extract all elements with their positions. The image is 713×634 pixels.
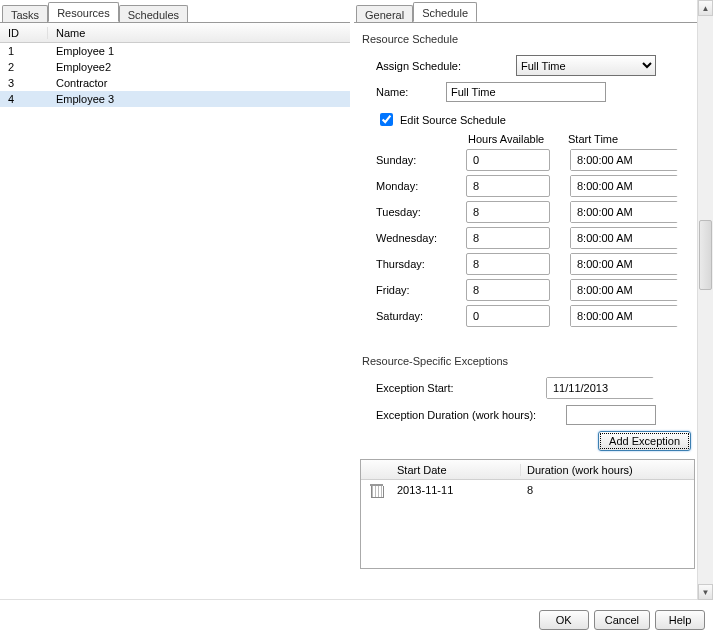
start-time-input[interactable] xyxy=(571,150,713,170)
day-row: Friday:▲▼ xyxy=(376,279,695,301)
edit-source-schedule-checkbox[interactable] xyxy=(380,113,393,126)
schedule-name-label: Name: xyxy=(376,86,446,98)
exception-duration-input[interactable] xyxy=(566,405,656,425)
hours-available-input[interactable] xyxy=(466,227,550,249)
exception-row-duration: 8 xyxy=(521,484,694,496)
right-tabs: General Schedule xyxy=(354,0,713,22)
exceptions-col-start[interactable]: Start Date xyxy=(391,464,521,476)
schedule-name-input[interactable] xyxy=(446,82,606,102)
resource-name: Employee2 xyxy=(48,61,350,73)
day-row: Monday:▲▼ xyxy=(376,175,695,197)
day-label: Saturday: xyxy=(376,310,466,322)
start-time-input[interactable] xyxy=(571,306,713,326)
start-time-spinner[interactable]: ▲▼ xyxy=(570,305,678,327)
resource-row[interactable]: 3Contractor xyxy=(0,75,350,91)
day-row: Saturday:▲▼ xyxy=(376,305,695,327)
resource-row[interactable]: 4Employee 3 xyxy=(0,91,350,107)
day-label: Wednesday: xyxy=(376,232,466,244)
trash-icon[interactable] xyxy=(371,484,382,497)
hours-available-input[interactable] xyxy=(466,201,550,223)
hours-available-header: Hours Available xyxy=(466,133,566,145)
hours-available-input[interactable] xyxy=(466,253,550,275)
start-time-input[interactable] xyxy=(571,228,713,248)
edit-source-schedule-label: Edit Source Schedule xyxy=(400,114,506,126)
resource-id: 4 xyxy=(0,93,48,105)
day-label: Friday: xyxy=(376,284,466,296)
exception-duration-label: Exception Duration (work hours): xyxy=(376,409,566,421)
day-label: Monday: xyxy=(376,180,466,192)
start-time-input[interactable] xyxy=(571,254,713,274)
scroll-down-icon[interactable]: ▼ xyxy=(698,584,713,600)
tab-general[interactable]: General xyxy=(356,5,413,23)
resource-id: 2 xyxy=(0,61,48,73)
resource-id: 1 xyxy=(0,45,48,57)
start-time-header: Start Time xyxy=(566,133,686,145)
exception-row[interactable]: 2013-11-118 xyxy=(361,480,694,500)
add-exception-button[interactable]: Add Exception xyxy=(598,431,691,451)
day-row: Wednesday:▲▼ xyxy=(376,227,695,249)
scroll-up-icon[interactable]: ▲ xyxy=(698,0,713,16)
dialog-footer: OK Cancel Help xyxy=(539,610,705,630)
exception-start-label: Exception Start: xyxy=(376,382,546,394)
hours-available-input[interactable] xyxy=(466,175,550,197)
hours-available-input[interactable] xyxy=(466,149,550,171)
exceptions-col-duration[interactable]: Duration (work hours) xyxy=(521,464,694,476)
exception-start-input[interactable] xyxy=(547,378,697,398)
exceptions-table: Start Date Duration (work hours) 2013-11… xyxy=(360,459,695,569)
left-tabs: Tasks Resources Schedules xyxy=(0,0,350,22)
resource-row[interactable]: 1Employee 1 xyxy=(0,43,350,59)
exception-row-start: 2013-11-11 xyxy=(391,484,521,496)
hours-available-input[interactable] xyxy=(466,279,550,301)
assign-schedule-label: Assign Schedule: xyxy=(376,60,486,72)
resource-name: Contractor xyxy=(48,77,350,89)
start-time-spinner[interactable]: ▲▼ xyxy=(570,227,678,249)
help-button[interactable]: Help xyxy=(655,610,705,630)
start-time-spinner[interactable]: ▲▼ xyxy=(570,253,678,275)
scroll-thumb[interactable] xyxy=(699,220,712,290)
hours-available-input[interactable] xyxy=(466,305,550,327)
day-label: Tuesday: xyxy=(376,206,466,218)
day-row: Thursday:▲▼ xyxy=(376,253,695,275)
start-time-spinner[interactable]: ▲▼ xyxy=(570,201,678,223)
ok-button[interactable]: OK xyxy=(539,610,589,630)
day-row: Sunday:▲▼ xyxy=(376,149,695,171)
cancel-button[interactable]: Cancel xyxy=(594,610,650,630)
col-header-id[interactable]: ID xyxy=(0,27,48,39)
resource-name: Employee 3 xyxy=(48,93,350,105)
resource-schedule-group: Resource Schedule xyxy=(360,23,695,49)
assign-schedule-select[interactable]: Full Time xyxy=(516,55,656,76)
vertical-scrollbar[interactable]: ▲ ▼ xyxy=(697,0,713,600)
resource-id: 3 xyxy=(0,77,48,89)
col-header-name[interactable]: Name xyxy=(48,27,350,39)
start-time-spinner[interactable]: ▲▼ xyxy=(570,175,678,197)
exception-start-datepicker[interactable]: ▦▾ xyxy=(546,377,654,399)
resources-grid-body: 1Employee 12Employee23Contractor4Employe… xyxy=(0,43,350,107)
day-label: Thursday: xyxy=(376,258,466,270)
resources-grid-header: ID Name xyxy=(0,23,350,43)
resource-name: Employee 1 xyxy=(48,45,350,57)
tab-schedule[interactable]: Schedule xyxy=(413,2,477,22)
day-label: Sunday: xyxy=(376,154,466,166)
start-time-input[interactable] xyxy=(571,202,713,222)
start-time-input[interactable] xyxy=(571,176,713,196)
start-time-spinner[interactable]: ▲▼ xyxy=(570,149,678,171)
resource-row[interactable]: 2Employee2 xyxy=(0,59,350,75)
exceptions-group: Resource-Specific Exceptions xyxy=(360,345,695,371)
day-row: Tuesday:▲▼ xyxy=(376,201,695,223)
tab-schedules[interactable]: Schedules xyxy=(119,5,188,23)
tab-tasks[interactable]: Tasks xyxy=(2,5,48,23)
start-time-input[interactable] xyxy=(571,280,713,300)
tab-resources[interactable]: Resources xyxy=(48,2,119,22)
start-time-spinner[interactable]: ▲▼ xyxy=(570,279,678,301)
